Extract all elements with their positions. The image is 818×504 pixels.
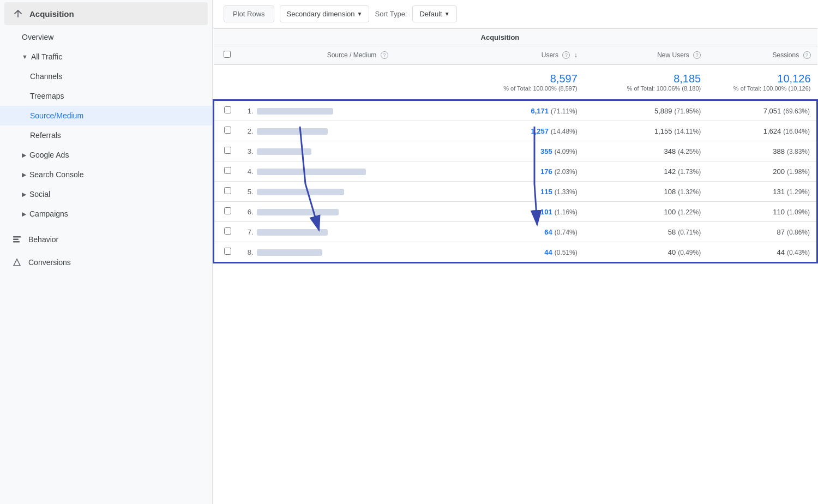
- th-sessions[interactable]: Sessions ?: [707, 46, 817, 65]
- sessions-pct: (3.83%): [787, 148, 810, 155]
- new-users-value: 1,155: [654, 127, 672, 135]
- sessions-value: 131: [773, 188, 785, 196]
- behavior-icon: [11, 233, 23, 245]
- sessions-value: 7,051: [763, 107, 781, 115]
- row-checkbox[interactable]: [224, 147, 231, 154]
- row-source-cell: 3.: [241, 141, 474, 161]
- sidebar-item-source-medium[interactable]: Source/Medium: [0, 106, 212, 125]
- new-users-value: 100: [664, 208, 676, 216]
- sidebar-item-all-traffic[interactable]: ▼ All Traffic: [0, 47, 212, 67]
- table-row: 2.1,257(14.48%)1,155(14.11%)1,624(16.04%…: [214, 121, 817, 141]
- sidebar-item-channels[interactable]: Channels: [0, 67, 212, 86]
- row-checkbox-cell: [214, 100, 241, 121]
- sort-type-dropdown[interactable]: Default ▼: [412, 5, 456, 22]
- sessions-pct: (0.43%): [787, 249, 810, 256]
- row-number: 4.: [248, 167, 254, 176]
- totals-sessions-sub: % of Total: 100.00% (10,126): [714, 85, 810, 92]
- sessions-value: 44: [777, 248, 785, 256]
- users-value: 101: [540, 208, 552, 216]
- users-value: 355: [540, 147, 552, 155]
- row-users-cell: 355(4.09%): [474, 141, 584, 161]
- table-container: Acquisition Source / Medium ? Users ?: [213, 28, 818, 504]
- new-users-pct: (14.11%): [675, 128, 701, 135]
- row-checkbox-cell: [214, 121, 241, 141]
- row-users-cell: 64(0.74%): [474, 222, 584, 242]
- new-users-value: 5,889: [654, 107, 672, 115]
- google-ads-label: Google Ads: [29, 151, 69, 159]
- google-ads-arrow: ▶: [22, 152, 26, 159]
- sidebar-item-social[interactable]: ▶ Social: [0, 184, 212, 204]
- row-checkbox[interactable]: [224, 187, 231, 194]
- row-new-users-cell: 40(0.49%): [584, 242, 707, 263]
- sessions-pct: (1.29%): [787, 188, 810, 196]
- sidebar-item-conversions[interactable]: Conversions: [0, 251, 212, 274]
- row-number: 2.: [248, 127, 254, 135]
- sessions-info-icon[interactable]: ?: [803, 51, 811, 59]
- totals-sessions-value: 10,126: [714, 73, 810, 85]
- acquisition-label: Acquisition: [29, 9, 74, 19]
- row-checkbox[interactable]: [224, 106, 231, 113]
- chevron-down-icon: ▼: [357, 11, 363, 17]
- blurred-source: [257, 189, 344, 195]
- source-medium-info-icon[interactable]: ?: [381, 51, 388, 59]
- th-users[interactable]: Users ? ↓: [474, 46, 584, 65]
- totals-users-cell: 8,597 % of Total: 100.00% (8,597): [474, 64, 584, 100]
- users-pct: (1.33%): [555, 188, 578, 196]
- row-checkbox-cell: [214, 222, 241, 242]
- sessions-value: 110: [773, 208, 785, 216]
- users-info-icon[interactable]: ?: [562, 51, 570, 59]
- row-new-users-cell: 58(0.71%): [584, 222, 707, 242]
- sidebar-item-campaigns[interactable]: ▶ Campaigns: [0, 204, 212, 224]
- new-users-pct: (0.49%): [678, 249, 701, 256]
- totals-new-users-cell: 8,185 % of Total: 100.06% (8,180): [584, 64, 707, 100]
- table-row: 7.64(0.74%)58(0.71%)87(0.86%): [214, 222, 817, 242]
- table-acquisition-header-row: Acquisition: [214, 29, 817, 46]
- sessions-pct: (1.09%): [787, 208, 810, 216]
- th-new-users[interactable]: New Users ?: [584, 46, 707, 65]
- treemaps-label: Treemaps: [30, 92, 64, 100]
- table-row: 4.176(2.03%)142(1.73%)200(1.98%): [214, 161, 817, 182]
- sort-type-label: Sort Type:: [375, 10, 407, 18]
- new-users-value: 348: [664, 147, 676, 155]
- secondary-dimension-dropdown[interactable]: Secondary dimension ▼: [280, 5, 370, 22]
- new-users-info-icon[interactable]: ?: [693, 51, 701, 59]
- sort-down-icon[interactable]: ↓: [574, 51, 578, 59]
- row-checkbox[interactable]: [224, 167, 231, 174]
- data-table: Acquisition Source / Medium ? Users ?: [213, 28, 818, 263]
- select-all-checkbox[interactable]: [224, 51, 231, 58]
- sessions-value: 388: [773, 147, 785, 155]
- sidebar-item-treemaps[interactable]: Treemaps: [0, 86, 212, 106]
- table-column-header-row: Source / Medium ? Users ? ↓ New Users ? …: [214, 46, 817, 65]
- row-checkbox[interactable]: [224, 227, 231, 235]
- totals-users-value: 8,597: [481, 73, 578, 85]
- row-checkbox[interactable]: [224, 207, 231, 214]
- new-users-pct: (1.73%): [678, 168, 701, 176]
- sidebar-item-acquisition[interactable]: Acquisition: [4, 2, 208, 25]
- sessions-value: 1,624: [763, 127, 781, 135]
- sidebar-item-behavior[interactable]: Behavior: [0, 228, 212, 251]
- new-users-pct: (1.32%): [678, 188, 701, 196]
- row-sessions-cell: 1,624(16.04%): [707, 121, 817, 141]
- sidebar-item-overview[interactable]: Overview: [0, 27, 212, 47]
- plot-rows-button[interactable]: Plot Rows: [224, 5, 274, 22]
- row-checkbox-cell: [214, 161, 241, 182]
- row-new-users-cell: 108(1.32%): [584, 182, 707, 202]
- sessions-pct: (69.63%): [783, 107, 810, 115]
- sidebar-item-referrals[interactable]: Referrals: [0, 125, 212, 145]
- row-sessions-cell: 200(1.98%): [707, 161, 817, 182]
- svg-rect-2: [13, 241, 20, 243]
- sidebar-item-google-ads[interactable]: ▶ Google Ads: [0, 145, 212, 165]
- svg-marker-3: [14, 259, 20, 266]
- row-checkbox[interactable]: [224, 248, 231, 255]
- acquisition-icon: [12, 8, 24, 20]
- sidebar-item-search-console[interactable]: ▶ Search Console: [0, 165, 212, 184]
- social-arrow: ▶: [22, 191, 26, 198]
- all-traffic-label: All Traffic: [31, 52, 62, 61]
- row-users-cell: 176(2.03%): [474, 161, 584, 182]
- row-source-cell: 5.: [241, 182, 474, 202]
- table-row: 3.355(4.09%)348(4.25%)388(3.83%): [214, 141, 817, 161]
- th-select-all[interactable]: [214, 46, 241, 65]
- blurred-source: [257, 108, 333, 115]
- row-checkbox[interactable]: [224, 127, 231, 134]
- row-number: 3.: [248, 147, 254, 155]
